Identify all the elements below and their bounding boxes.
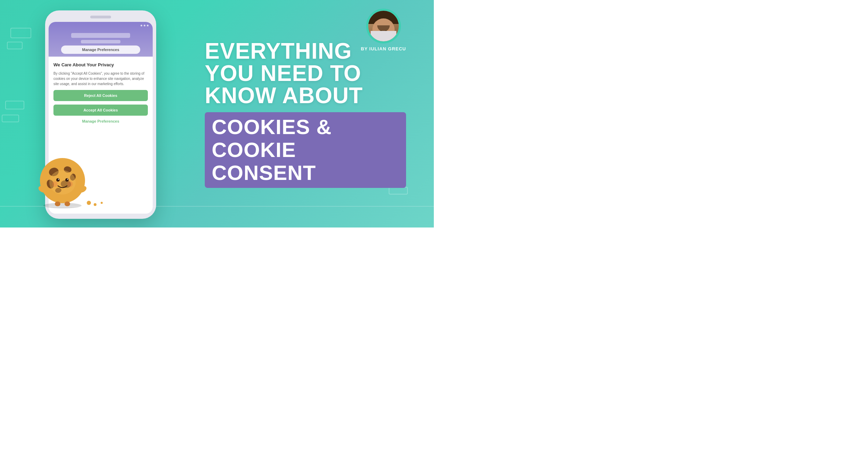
svg-rect-18	[65, 201, 70, 206]
deco-rect-3	[5, 101, 24, 109]
hero-highlight-line-1: COOKIES &	[212, 115, 332, 139]
hero-highlight-line-2: COOKIE CONSENT	[212, 138, 316, 184]
svg-point-9	[56, 178, 60, 182]
deco-rect-2	[7, 42, 23, 49]
svg-point-11	[58, 179, 59, 180]
svg-point-0	[43, 203, 82, 208]
avatar-shirt	[371, 31, 396, 41]
author-block: BY IULIAN GRECU	[361, 9, 406, 51]
crumb-3	[101, 202, 103, 204]
dot-1	[141, 25, 142, 26]
svg-point-13	[52, 181, 58, 187]
author-avatar-ring	[366, 9, 401, 43]
consent-body-text: By clicking "Accept All Cookies", you ag…	[53, 71, 148, 86]
phone-manage-preferences-button[interactable]: Manage Preferences	[61, 46, 140, 54]
consent-title: We Care About Your Privacy	[53, 62, 148, 67]
topbar-placeholder-bar-sm	[81, 40, 120, 43]
hero-background: Manage Preferences We Care About Your Pr…	[0, 0, 434, 228]
reject-all-cookies-button[interactable]: Reject All Cookies	[53, 90, 148, 101]
hero-line-2: YOU NEED TO	[205, 61, 361, 86]
deco-rect-6	[389, 187, 408, 195]
crumb-2	[94, 203, 96, 206]
phone-notch	[90, 16, 111, 18]
avatar-face	[372, 18, 395, 41]
dot-3	[147, 25, 149, 26]
crumb-1	[87, 201, 91, 205]
cookie-character	[35, 149, 90, 208]
topbar-placeholder-bar	[71, 33, 130, 38]
deco-rect-4	[2, 115, 19, 122]
hero-highlight-box: COOKIES & COOKIE CONSENT	[205, 112, 406, 188]
accept-all-cookies-button[interactable]: Accept All Cookies	[53, 105, 148, 116]
ground-line	[0, 206, 434, 207]
hero-text-block: EVERYTHING YOU NEED TO KNOW ABOUT COOKIE…	[205, 40, 406, 188]
svg-point-12	[67, 179, 68, 180]
dot-2	[144, 25, 145, 26]
consent-manage-preferences-link[interactable]: Manage Preferences	[53, 119, 148, 123]
hero-line-3: KNOW ABOUT	[205, 83, 363, 108]
deco-rect-1	[10, 28, 31, 38]
svg-point-14	[67, 181, 73, 187]
hero-line-1: EVERYTHING	[205, 39, 352, 64]
phone-topbar-dots	[141, 25, 149, 26]
hero-highlight-text: COOKIES & COOKIE CONSENT	[212, 116, 399, 184]
phone-topbar: Manage Preferences	[49, 22, 153, 57]
author-name: BY IULIAN GRECU	[361, 46, 406, 51]
svg-point-10	[65, 178, 69, 182]
svg-rect-17	[55, 201, 60, 206]
author-avatar	[368, 11, 399, 41]
